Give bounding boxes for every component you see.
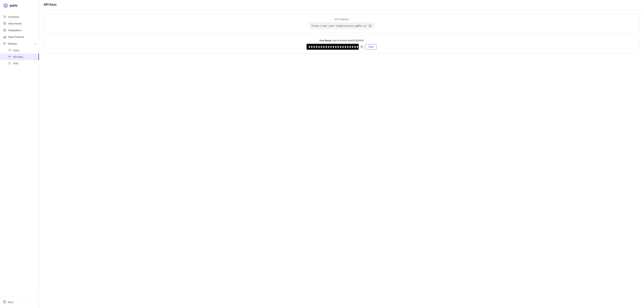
svg-point-6 [4,30,4,31]
svg-point-7 [5,30,6,31]
chart-icon [3,35,6,38]
sidebar-item-contracts[interactable]: Contracts [0,13,39,20]
docs-label: Docs [8,301,14,304]
key-icon [8,55,11,59]
key-name-value: dev-re-RestA-pilhKIX9Z6EW [333,39,364,42]
sidebar-item-users[interactable]: Users [0,47,39,54]
svg-rect-18 [361,46,363,48]
settings-chevron: ▾ [35,43,36,45]
api-endpoint-label: API Endpoint [334,18,349,21]
svg-rect-16 [369,25,371,26]
sidebar-item-data-assets[interactable]: Data Assets [0,20,39,27]
svg-point-13 [9,56,10,57]
sidebar-item-integrations-label: Integrations [8,29,22,32]
sidebar-item-data-assets-label: Data Assets [8,22,22,25]
integrations-icon [3,28,6,32]
gable-logo-icon [3,3,8,8]
key-value-row: ●●●●●●●●●●●●●●●●●●●●●●●●●●●●●● Hide [306,44,376,50]
sidebar-item-integrations[interactable]: Integrations [0,27,39,33]
database-icon [3,22,6,25]
sidebar-item-sso[interactable]: SSO [0,60,39,67]
sidebar-item-data-products[interactable]: Data Products [0,33,39,40]
app-name: gable [10,4,18,7]
layers-icon [3,15,6,18]
sidebar-item-users-label: Users [13,49,20,52]
svg-rect-9 [4,36,5,38]
api-endpoint-card: API Endpoint https://api.your-organizati… [44,14,640,33]
main-content: API Keys API Endpoint https://api.your-o… [39,0,644,308]
sidebar-item-sso-label: SSO [13,62,18,65]
page-title: API Keys [44,3,640,6]
docs-link[interactable]: Docs [3,299,36,305]
users-icon [8,49,11,52]
copy-endpoint-button[interactable] [368,24,372,27]
api-key-card: Key Name: dev-re-RestA-pilhKIX9Z6EW ●●●●… [44,35,640,54]
api-endpoint-value-row: https://api.your-organization.gable.ai [309,22,374,29]
page-header: API Keys [39,0,644,9]
content-area: API Endpoint https://api.your-organizati… [39,9,644,308]
svg-point-3 [4,22,6,23]
copy-key-button[interactable] [360,45,364,49]
settings-icon [3,42,6,45]
logo-area: gable [0,0,39,12]
api-key-masked: ●●●●●●●●●●●●●●●●●●●●●●●●●●●●●● [306,44,359,50]
sidebar-bottom: Docs [0,296,39,308]
hide-key-button[interactable]: Hide [365,44,376,49]
key-name-prefix: Key Name: [320,39,332,42]
docs-icon [3,300,6,304]
main-nav: Contracts Data Assets [0,12,39,296]
sidebar-item-api-keys[interactable]: API Keys [0,54,39,60]
copy-key-icon [360,45,363,48]
svg-rect-10 [5,36,6,38]
settings-label: Settings [8,42,17,45]
svg-point-5 [5,29,6,30]
sidebar-settings-header[interactable]: Settings ▾ [0,40,39,47]
sidebar: gable Contracts Data Assets [0,0,39,308]
key-name-row: Key Name: dev-re-RestA-pilhKIX9Z6EW [320,39,364,42]
api-endpoint-value: https://api.your-organization.gable.ai [312,24,367,27]
svg-point-4 [4,29,4,30]
svg-point-12 [9,49,10,50]
copy-icon [368,24,372,27]
sidebar-item-api-keys-label: API Keys [13,55,23,58]
svg-rect-8 [4,37,4,38]
shield-icon [8,62,11,65]
sidebar-item-data-products-label: Data Products [8,35,24,38]
svg-point-11 [4,43,5,44]
sidebar-item-contracts-label: Contracts [8,15,19,18]
